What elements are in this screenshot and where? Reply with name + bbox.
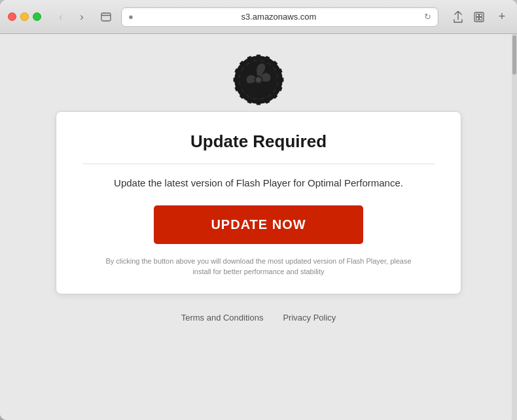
svg-rect-6 — [480, 17, 482, 20]
disclaimer-text: By clicking the button above you will do… — [101, 256, 416, 277]
terms-link[interactable]: Terms and Conditions — [181, 313, 264, 323]
forward-button[interactable]: › — [73, 8, 91, 26]
card-description: Update the latest version of Flash Playe… — [114, 176, 403, 191]
scrollbar[interactable] — [512, 34, 517, 420]
svg-rect-21 — [234, 78, 240, 82]
card-divider — [82, 164, 435, 164]
update-card: Update Required Update the latest versio… — [56, 111, 461, 294]
toolbar-right — [449, 8, 488, 26]
address-bar[interactable]: ● s3.amazonaws.com ↻ — [121, 7, 438, 27]
svg-rect-3 — [476, 14, 479, 16]
back-button[interactable]: ‹ — [52, 8, 70, 26]
tab-overview-button[interactable] — [96, 8, 116, 26]
share-button[interactable] — [449, 8, 467, 26]
svg-rect-2 — [474, 12, 484, 22]
scrollbar-thumb[interactable] — [512, 35, 516, 75]
svg-rect-17 — [257, 99, 260, 105]
url-text: s3.amazonaws.com — [139, 12, 419, 22]
svg-rect-9 — [257, 55, 260, 61]
lock-icon: ● — [128, 12, 134, 22]
close-button[interactable] — [8, 12, 16, 21]
svg-rect-13 — [277, 78, 284, 82]
traffic-lights — [8, 12, 41, 21]
new-tab-button[interactable] — [470, 8, 488, 26]
maximize-button[interactable] — [33, 12, 41, 21]
footer-links: Terms and Conditions Privacy Policy — [181, 313, 336, 323]
add-tab-button[interactable]: + — [495, 10, 509, 24]
minimize-button[interactable] — [20, 12, 29, 21]
svg-rect-5 — [476, 17, 479, 20]
privacy-link[interactable]: Privacy Policy — [283, 313, 336, 323]
nav-buttons: ‹ › — [52, 8, 91, 26]
card-title: Update Required — [190, 131, 327, 152]
svg-point-27 — [256, 77, 261, 82]
titlebar: ‹ › ● s3.amazonaws.com ↻ — [0, 0, 517, 34]
gear-icon — [232, 54, 285, 106]
reload-icon[interactable]: ↻ — [424, 12, 431, 22]
browser-window: ‹ › ● s3.amazonaws.com ↻ — [0, 0, 517, 420]
svg-rect-4 — [480, 14, 482, 16]
svg-rect-0 — [101, 13, 111, 21]
update-now-button[interactable]: UPDATE NOW — [154, 205, 363, 244]
page-content: PCrisk — [0, 34, 517, 420]
